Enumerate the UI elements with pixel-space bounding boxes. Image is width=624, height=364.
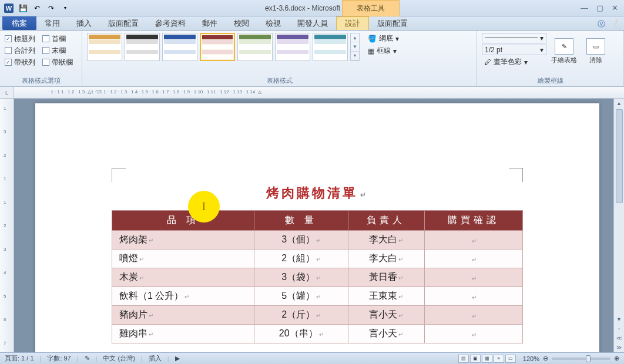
col-qty[interactable]: 數 量 [254,211,348,231]
table-cell[interactable] [424,250,522,268]
table-cell[interactable]: 3（個） [254,231,348,250]
line-weight-dropdown[interactable]: 1/2 pt▾ [482,45,546,55]
tab-mailings[interactable]: 郵件 [194,16,226,30]
table-cell[interactable]: 20（串） [254,325,348,343]
opt-first-col[interactable]: 首欄 [42,33,73,45]
table-cell[interactable]: 飲料（1 公升） [112,287,254,306]
tab-view[interactable]: 檢視 [257,16,289,30]
table-style-thumb[interactable] [87,33,122,61]
qat-customize[interactable]: ▾ [59,2,72,15]
table-row[interactable]: 烤肉架3（個）李大白 [112,231,523,250]
tab-insert[interactable]: 插入 [68,16,100,30]
table-row[interactable]: 雞肉串20（串）言小天 [112,325,523,343]
shading-button[interactable]: 🪣網底 ▾ [365,33,401,44]
vertical-scrollbar[interactable]: ▲ ▼ ◦ ≪ ≫ [613,99,624,352]
table-cell[interactable] [424,231,522,250]
horizontal-ruler[interactable]: · 1 · 1 1 · 1 2 · 1 3 ·△1 ·▽1 1 · 1 2 · … [14,87,624,98]
table-cell[interactable] [424,325,522,343]
shopping-table[interactable]: 品 項 數 量 負責人 購買確認 烤肉架3（個）李大白噴燈2（組）李大白木炭3（… [112,210,523,343]
prev-page[interactable]: ≪ [614,333,624,343]
table-cell[interactable]: 2（斤） [254,306,348,325]
tab-page-layout[interactable]: 版面配置 [100,16,147,30]
status-lang[interactable]: 中文 (台灣) [103,354,135,363]
table-cell[interactable]: 5（罐） [254,287,348,306]
table-cell[interactable]: 李大白 [348,231,424,250]
table-cell[interactable]: 烤肉架 [112,231,254,250]
table-cell[interactable]: 木炭 [112,268,254,287]
view-print-layout[interactable]: ▤ [458,355,469,363]
word-app-icon[interactable]: W [2,2,15,15]
table-cell[interactable] [424,287,522,306]
table-cell[interactable] [424,268,522,287]
eraser-button[interactable]: ▭清除 [582,33,610,68]
pen-color-button[interactable]: 🖊畫筆色彩 ▾ [482,56,546,68]
view-web[interactable]: ▦ [482,355,492,363]
tab-review[interactable]: 校閱 [226,16,257,30]
view-full-screen[interactable]: ▣ [470,355,481,363]
close-button[interactable]: ✕ [612,4,618,12]
table-style-thumb[interactable] [162,33,197,61]
scroll-up[interactable]: ▲ [614,99,624,108]
next-page[interactable]: ≫ [614,343,624,352]
table-style-thumb[interactable] [313,33,348,61]
opt-banded-cols[interactable]: 帶狀欄 [42,56,73,68]
table-cell[interactable]: 李大白 [348,250,424,268]
redo-button[interactable]: ↷ [45,2,58,15]
table-row[interactable]: 噴燈2（組）李大白 [112,250,523,268]
draw-table-button[interactable]: ✎手繪表格 [550,33,578,68]
table-cell[interactable]: 2（組） [254,250,348,268]
undo-button[interactable]: ↶ [31,2,43,15]
table-cell[interactable]: 豬肉片 [112,306,254,325]
restore-button[interactable]: ▢ [596,4,603,12]
status-words[interactable]: 字數: 97 [47,354,71,363]
table-cell[interactable]: 王東東 [348,287,424,306]
table-row[interactable]: 飲料（1 公升）5（罐）王東東 [112,287,523,306]
status-mode[interactable]: 插入 [149,354,162,363]
line-style-dropdown[interactable]: ▾ [482,33,546,43]
tab-developer[interactable]: 開發人員 [289,16,336,30]
view-outline[interactable]: ≡ [494,355,504,363]
table-cell[interactable]: 3（袋） [254,268,348,287]
file-tab[interactable]: 檔案 [2,16,36,30]
tab-layout[interactable]: 版面配置 [369,16,416,30]
table-cell[interactable] [424,306,522,325]
table-cell[interactable]: 噴燈 [112,250,254,268]
opt-last-col[interactable]: 末欄 [42,45,73,56]
tab-references[interactable]: 參考資料 [147,16,194,30]
opt-total-row[interactable]: 合計列 [5,45,35,56]
gallery-scroll[interactable]: ▲▼▾ [350,33,360,61]
document-scroll[interactable]: 烤肉購物清單 品 項 數 量 負責人 購買確認 烤肉架3（個）李大白噴燈2（組）… [14,99,624,352]
table-style-thumb-selected[interactable] [200,33,235,61]
table-style-thumb[interactable] [275,33,310,61]
page[interactable]: 烤肉購物清單 品 項 數 量 負責人 購買確認 烤肉架3（個）李大白噴燈2（組）… [35,103,599,352]
view-draft[interactable]: ▭ [505,355,516,363]
zoom-out[interactable]: ⊖ [543,355,548,362]
table-row[interactable]: 豬肉片2（斤）言小天 [112,306,523,325]
table-cell[interactable]: 言小天 [348,306,424,325]
save-button[interactable]: 💾 [16,2,29,15]
scroll-thumb[interactable] [616,109,623,203]
table-row[interactable]: 木炭3（袋）黃日香 [112,268,523,287]
scroll-down[interactable]: ▼ [614,315,624,324]
table-style-thumb[interactable] [125,33,160,61]
minimize-ribbon-icon[interactable]: ⓥ [598,19,605,29]
macro-icon[interactable]: ▶ [175,355,180,362]
minimize-button[interactable]: — [581,4,588,12]
zoom-level[interactable]: 120% [523,355,539,362]
table-style-thumb[interactable] [237,33,273,61]
col-person[interactable]: 負責人 [348,211,424,231]
table-cell[interactable]: 黃日香 [348,268,424,287]
tab-home[interactable]: 常用 [36,16,68,30]
zoom-in[interactable]: ⊕ [614,355,619,362]
status-page[interactable]: 頁面: 1 / 1 [5,354,34,363]
table-cell[interactable]: 雞肉串 [112,325,254,343]
spellcheck-icon[interactable]: ✎ [85,355,90,362]
vertical-ruler[interactable]: 13 21 12 34 56 7 [0,99,14,352]
table-cell[interactable]: 言小天 [348,325,424,343]
help-icon[interactable]: ❔ [610,19,619,29]
borders-button[interactable]: ▦框線 ▾ [365,45,401,56]
document-title[interactable]: 烤肉購物清單 [112,184,523,202]
opt-header-row[interactable]: ✓標題列 [5,33,35,45]
opt-banded-rows[interactable]: ✓帶狀列 [5,56,35,68]
zoom-slider[interactable] [552,358,610,360]
